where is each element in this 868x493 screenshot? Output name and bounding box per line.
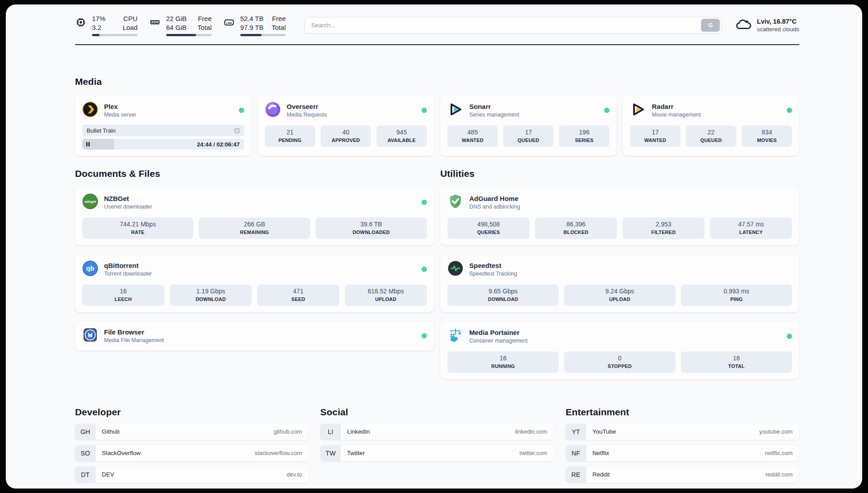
bookmark-url: github.com xyxy=(274,424,309,440)
service-name: Speedtest xyxy=(469,261,517,270)
service-card-sonarr[interactable]: Sonarr Series management 485WANTED 17QUE… xyxy=(440,95,617,156)
service-card-portainer[interactable]: Media Portainer Container management 16R… xyxy=(440,321,799,379)
qbittorrent-icon: qb xyxy=(82,260,98,278)
stat-box: 196SERIES xyxy=(559,125,609,147)
bookmark-abbr: TW xyxy=(320,445,341,461)
stat-box: 834MOVIES xyxy=(742,125,792,147)
svg-text:qb: qb xyxy=(86,264,94,272)
service-card-qbittorrent[interactable]: qb qBittorrent Torrent downloader 16LEEC… xyxy=(75,254,434,312)
status-dot-online xyxy=(239,108,244,113)
service-name: Plex xyxy=(104,102,136,111)
disk-icon xyxy=(223,17,235,36)
stat-box: 86,396BLOCKED xyxy=(535,217,617,239)
service-description: Container management xyxy=(469,337,528,344)
service-card-plex[interactable]: Plex Media server Bullet Train 24:44 / 0… xyxy=(75,95,251,156)
stat-box: 16RUNNING xyxy=(447,351,559,373)
service-card-adguard[interactable]: AdGuard Home DNS and adblocking 498,508Q… xyxy=(440,187,799,245)
memory-free-value: 22 GiB xyxy=(166,14,187,23)
adguard-icon xyxy=(447,193,463,211)
sonarr-icon xyxy=(447,101,463,119)
section-title-media: Media xyxy=(75,76,799,87)
status-dot-online xyxy=(787,334,792,339)
bookmark-abbr: YT xyxy=(566,424,586,440)
session-icon xyxy=(234,127,240,134)
bookmark-stackoverflow[interactable]: SO StackOverflow stackoverflow.com xyxy=(75,445,309,461)
memory-label-bottom: Total xyxy=(197,23,212,32)
bookmark-abbr: NF xyxy=(566,445,586,461)
bookmark-url: stackoverflow.com xyxy=(255,445,309,461)
bookmark-youtube[interactable]: YT YouTube youtube.com xyxy=(566,424,799,440)
speedtest-icon xyxy=(447,260,463,278)
service-card-filebrowser[interactable]: File Browser Media File Management xyxy=(75,321,434,351)
search-provider-button[interactable]: G xyxy=(701,19,720,32)
filebrowser-icon xyxy=(82,327,98,345)
stat-box: 266 GBREMAINING xyxy=(199,217,310,239)
section-title-entertainment: Entertainment xyxy=(566,407,799,418)
cpu-widget: 17%CPU 3.2Load xyxy=(75,14,138,36)
disk-label-top: Free xyxy=(272,14,286,23)
stat-box: 744.21 MbpsRATE xyxy=(82,217,193,239)
pause-button[interactable] xyxy=(86,142,90,146)
stat-box: 16LEECH xyxy=(82,284,164,306)
bookmark-url: linkedin.com xyxy=(515,424,554,440)
service-card-overseerr[interactable]: Overseerr Media Requests 21PENDING 40APP… xyxy=(258,95,434,156)
bookmark-twitter[interactable]: TW Twitter twitter.com xyxy=(320,445,554,461)
cpu-progress-bar xyxy=(92,34,138,36)
stat-box: 485WANTED xyxy=(447,125,498,147)
bookmark-name: Reddit xyxy=(586,467,610,483)
documents-column: Documents & Files nzbget NZBGet Usenet d… xyxy=(75,168,434,388)
bookmark-name: Twitter xyxy=(341,445,365,461)
bookmark-url: youtube.com xyxy=(760,424,799,440)
disk-progress-bar xyxy=(240,34,286,36)
utilities-column: Utilities AdGuard Home xyxy=(440,168,799,388)
bookmark-name: LinkedIn xyxy=(341,424,370,440)
service-description: Media File Management xyxy=(104,337,164,344)
disk-free-value: 52.4 TB xyxy=(240,14,263,23)
service-card-speedtest[interactable]: Speedtest Speedtest Tracking 9.65 GbpsDO… xyxy=(440,254,799,312)
service-card-radarr[interactable]: Radarr Movie management 17WANTED 22QUEUE… xyxy=(623,95,799,156)
stat-box: 47.57 msLATENCY xyxy=(710,217,792,239)
status-dot-online xyxy=(604,108,609,113)
service-name: Radarr xyxy=(652,102,701,111)
stat-box: 498,508QUERIES xyxy=(447,217,530,239)
service-name: Sonarr xyxy=(469,102,519,111)
playback-progress-bar: 24:44 / 02:06:47 xyxy=(82,139,244,150)
bookmark-linkedin[interactable]: LI LinkedIn linkedin.com xyxy=(320,424,554,440)
bookmark-abbr: DT xyxy=(75,467,96,483)
status-dot-online xyxy=(421,200,427,205)
service-name: NZBGet xyxy=(104,194,152,203)
bookmark-reddit[interactable]: RE Reddit reddit.com xyxy=(566,467,799,483)
stat-box: 40APPROVED xyxy=(321,125,371,147)
bookmark-github[interactable]: GH Github github.com xyxy=(75,424,309,440)
stat-box: 1.19 GbpsDOWNLOAD xyxy=(170,284,252,306)
disk-widget: 52.4 TBFree 97.9 TBTotal xyxy=(223,14,286,36)
bookmark-name: YouTube xyxy=(586,424,616,440)
stat-box: 0.993 msPING xyxy=(681,284,792,306)
nzbget-icon: nzbget xyxy=(82,193,98,211)
svg-text:nzbget: nzbget xyxy=(84,200,96,204)
memory-progress-bar xyxy=(166,34,212,36)
service-description: Media Requests xyxy=(287,111,327,118)
bookmark-group-developer: Developer GH Github github.com SO StackO… xyxy=(75,407,309,483)
header-divider xyxy=(75,44,799,45)
bookmark-group-entertainment: Entertainment YT YouTube youtube.com NF … xyxy=(566,407,799,483)
bookmark-netflix[interactable]: NF Netflix netflix.com xyxy=(566,445,799,461)
bookmark-abbr: SO xyxy=(75,445,96,461)
bookmark-abbr: GH xyxy=(75,424,96,440)
stat-box: 945AVAILABLE xyxy=(376,125,427,147)
bookmark-abbr: RE xyxy=(566,467,586,483)
service-description: Speedtest Tracking xyxy=(469,270,517,277)
service-card-nzbget[interactable]: nzbget NZBGet Usenet downloader 744.21 M… xyxy=(75,187,434,245)
service-description: Media server xyxy=(104,111,136,118)
bookmark-dev[interactable]: DT DEV dev.to xyxy=(75,467,309,483)
cpu-load-value: 3.2 xyxy=(92,23,101,32)
bookmark-name: DEV xyxy=(96,467,114,483)
bookmark-name: StackOverflow xyxy=(96,445,141,461)
memory-icon xyxy=(149,17,161,36)
stat-box: 22QUEUED xyxy=(686,125,736,147)
cpu-icon xyxy=(75,17,87,36)
screenshot-frame: 17%CPU 3.2Load 22 GiBFree 64 GiBTotal xyxy=(0,0,868,493)
memory-widget: 22 GiBFree 64 GiBTotal xyxy=(149,14,212,36)
search-input[interactable] xyxy=(305,17,722,33)
bookmark-name: Netflix xyxy=(586,445,609,461)
